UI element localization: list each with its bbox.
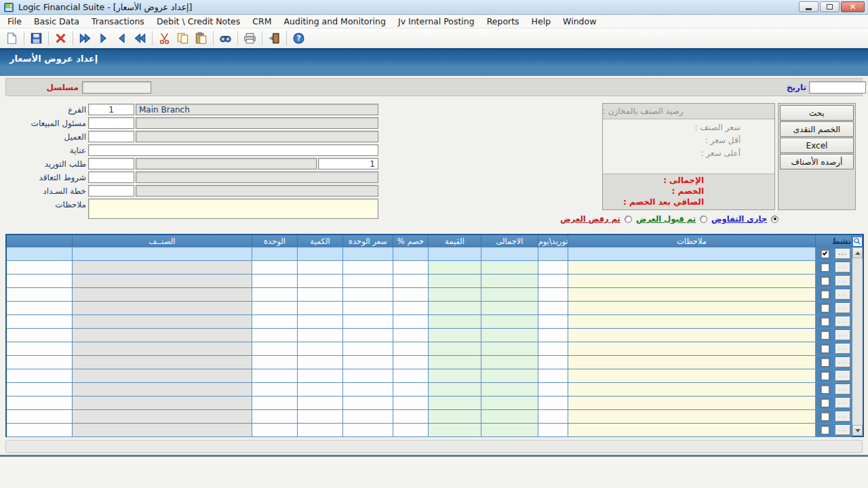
row-details-button[interactable]: ...	[835, 330, 850, 340]
cell-supply-per-day[interactable]	[538, 356, 568, 369]
active-checkbox[interactable]	[821, 249, 829, 258]
date-input[interactable]	[809, 81, 866, 94]
cell-unit[interactable]	[252, 356, 298, 369]
cell-value[interactable]	[429, 383, 481, 396]
menu-item-jv-internal-posting[interactable]: Jv Internal Posting	[392, 15, 481, 28]
cell-quantity[interactable]	[298, 356, 343, 369]
active-checkbox[interactable]	[821, 290, 829, 299]
help-button[interactable]: ?	[290, 30, 308, 47]
cell-supply-per-day[interactable]	[538, 396, 568, 410]
cell-unit[interactable]	[252, 261, 298, 274]
cell-value[interactable]	[429, 315, 481, 329]
cell-value[interactable]	[429, 410, 481, 424]
cell-value[interactable]	[429, 274, 481, 288]
payment-plan-code-input[interactable]	[88, 185, 134, 197]
cell-supply-per-day[interactable]	[538, 274, 568, 288]
cell-discount-percent[interactable]	[393, 302, 429, 315]
cell-value[interactable]	[429, 329, 481, 342]
branch-code-input[interactable]: 1	[88, 104, 134, 115]
delete-button[interactable]	[52, 30, 70, 47]
cell-unit-price[interactable]	[343, 274, 393, 288]
copy-button[interactable]	[174, 30, 192, 47]
cell-quantity[interactable]	[298, 274, 343, 288]
menu-item-basic-data[interactable]: Basic Data	[28, 15, 85, 28]
cell-item-code[interactable]	[7, 315, 73, 329]
under-negotiation-label[interactable]: جارى التفاوض	[711, 214, 767, 224]
cell-value[interactable]	[429, 288, 481, 302]
minimize-button[interactable]	[799, 1, 818, 12]
cell-item-code[interactable]	[7, 356, 73, 369]
menu-item-crm[interactable]: CRM	[246, 15, 277, 28]
cell-quantity[interactable]	[298, 410, 343, 424]
row-details-button[interactable]: ...	[835, 262, 850, 272]
cell-item-code[interactable]	[7, 396, 73, 410]
cell-item-code[interactable]	[7, 424, 73, 437]
cell-notes[interactable]	[568, 247, 816, 261]
under-negotiation-radio[interactable]	[771, 216, 778, 223]
cell-notes[interactable]	[568, 424, 816, 437]
cell-total[interactable]	[481, 315, 538, 329]
cell-notes[interactable]	[568, 288, 816, 302]
cell-quantity[interactable]	[298, 396, 343, 410]
cell-discount-percent[interactable]	[393, 329, 429, 342]
cell-discount-percent[interactable]	[393, 315, 429, 329]
menu-item-window[interactable]: Window	[557, 15, 602, 28]
cell-total[interactable]	[481, 396, 538, 410]
menu-item-auditing-and-monitoring[interactable]: Auditing and Monitoring	[278, 15, 392, 28]
cell-item-name[interactable]	[73, 247, 252, 261]
row-details-button[interactable]: ...	[835, 357, 850, 367]
cell-value[interactable]	[429, 302, 481, 315]
cell-supply-per-day[interactable]	[538, 329, 568, 342]
serial-input[interactable]	[82, 81, 151, 94]
cut-button[interactable]	[155, 30, 174, 47]
cell-supply-per-day[interactable]	[538, 410, 568, 424]
attention-input[interactable]	[88, 144, 378, 156]
active-checkbox[interactable]	[821, 412, 829, 421]
cell-unit-price[interactable]	[343, 315, 393, 329]
cell-notes[interactable]	[568, 261, 816, 274]
cell-unit-price[interactable]	[343, 424, 393, 437]
cell-value[interactable]	[429, 356, 481, 369]
cell-supply-per-day[interactable]	[538, 302, 568, 315]
restore-button[interactable]	[820, 1, 840, 12]
active-checkbox[interactable]	[821, 317, 829, 326]
contract-terms-code-input[interactable]	[88, 171, 134, 183]
row-details-button[interactable]: ...	[835, 276, 850, 286]
cell-discount-percent[interactable]	[393, 383, 429, 396]
cell-unit-price[interactable]	[343, 396, 393, 410]
cell-total[interactable]	[481, 410, 538, 424]
offer-accepted-label[interactable]: تم قبول العرض	[636, 214, 696, 224]
supply-order-code-input[interactable]	[88, 158, 134, 169]
cell-item-name[interactable]	[73, 424, 252, 437]
row-details-button[interactable]: ...	[835, 384, 850, 394]
cell-notes[interactable]	[568, 396, 816, 410]
cell-notes[interactable]	[568, 329, 816, 342]
exit-button[interactable]	[265, 30, 283, 47]
active-checkbox[interactable]	[821, 263, 829, 272]
cell-item-name[interactable]	[73, 288, 252, 302]
close-button[interactable]: ✕	[841, 1, 865, 12]
cell-unit-price[interactable]	[343, 261, 393, 274]
cell-item-name[interactable]	[73, 329, 252, 342]
menu-item-debit-credit-notes[interactable]: Debit \ Credit Notes	[151, 15, 246, 28]
cell-item-name[interactable]	[73, 261, 252, 274]
menu-item-file[interactable]: File	[1, 15, 28, 28]
active-checkbox[interactable]	[821, 358, 829, 367]
active-checkbox[interactable]	[821, 304, 829, 312]
previous-button[interactable]	[113, 30, 131, 47]
row-details-button[interactable]: ...	[835, 317, 850, 327]
active-checkbox[interactable]	[821, 385, 829, 394]
cell-item-code[interactable]	[7, 274, 73, 288]
cell-total[interactable]	[481, 247, 538, 261]
vertical-scrollbar[interactable]	[852, 247, 863, 436]
cell-unit[interactable]	[252, 369, 298, 383]
cell-value[interactable]	[429, 424, 481, 437]
cell-supply-per-day[interactable]	[538, 383, 568, 396]
cell-unit-price[interactable]	[343, 247, 393, 261]
cell-unit[interactable]	[252, 329, 298, 342]
cell-quantity[interactable]	[298, 315, 343, 329]
row-details-button[interactable]: ...	[835, 289, 850, 300]
cell-item-name[interactable]	[73, 410, 252, 424]
cell-supply-per-day[interactable]	[538, 342, 568, 356]
scroll-down-button[interactable]	[852, 425, 863, 436]
